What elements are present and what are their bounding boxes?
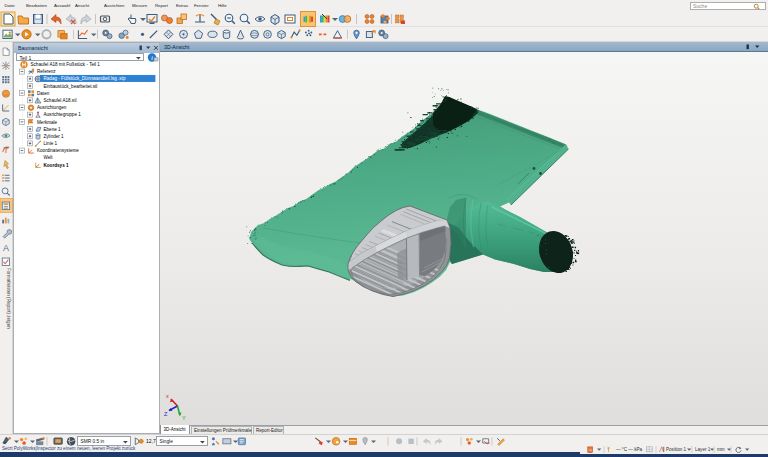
svg-text:Referenz: Referenz [37,69,56,74]
svg-text:Radag - Füllstück_Dünnwandteil: Radag - Füllstück_Dünnwandteil.lsg .stp [44,76,126,81]
svg-text:Zylinder 1: Zylinder 1 [44,134,65,139]
svg-text:Daten: Daten [37,91,50,96]
svg-text:Ausrichtungen: Ausrichtungen [37,105,67,110]
svg-text:Ebene 1: Ebene 1 [44,127,62,132]
svg-text:Schaufel A18 mit Fußstück - Te: Schaufel A18 mit Fußstück - Teil 1 [31,62,101,67]
svg-text:Linie 1: Linie 1 [44,141,58,146]
svg-text:Y: Y [182,415,186,421]
svg-text:Ausrichtegruppe 1: Ausrichtegruppe 1 [44,112,82,117]
svg-text:x: x [166,393,169,399]
svg-text:Koordsys 1: Koordsys 1 [44,163,69,168]
svg-text:Koordinatensysteme: Koordinatensysteme [37,148,79,153]
svg-text:Z: Z [164,411,168,417]
svg-text:Welt: Welt [44,155,54,160]
svg-text:A: A [3,243,9,253]
svg-text:Schaufel A18.stl: Schaufel A18.stl [44,98,77,103]
svg-text:Merkmale: Merkmale [37,120,58,125]
svg-text:Einbaustück_bearbeitet.stl: Einbaustück_bearbeitet.stl [44,84,98,89]
